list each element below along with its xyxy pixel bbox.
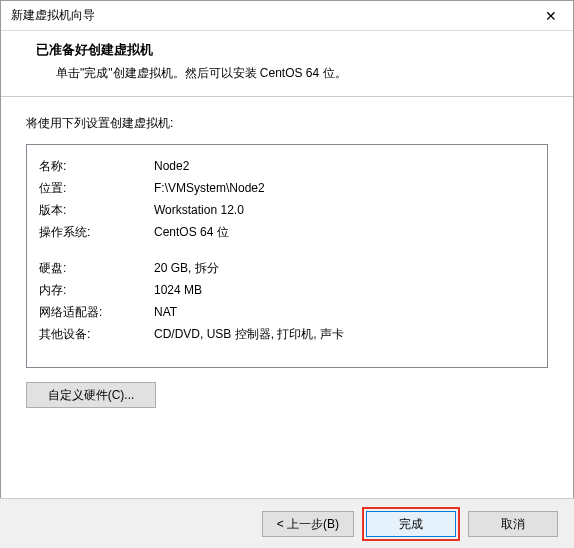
summary-row: 其他设备: CD/DVD, USB 控制器, 打印机, 声卡 (39, 323, 535, 345)
intro-text: 将使用下列设置创建虚拟机: (26, 115, 548, 132)
row-label: 硬盘: (39, 257, 154, 279)
summary-box: 名称: Node2 位置: F:\VMSystem\Node2 版本: Work… (26, 144, 548, 368)
customize-wrap: 自定义硬件(C)... (26, 382, 548, 408)
summary-row: 硬盘: 20 GB, 拆分 (39, 257, 535, 279)
row-label: 位置: (39, 177, 154, 199)
row-value: F:\VMSystem\Node2 (154, 177, 535, 199)
content-area: 将使用下列设置创建虚拟机: 名称: Node2 位置: F:\VMSystem\… (1, 97, 573, 418)
back-button[interactable]: < 上一步(B) (262, 511, 354, 537)
wizard-header: 已准备好创建虚拟机 单击"完成"创建虚拟机。然后可以安装 CentOS 64 位… (1, 31, 573, 97)
summary-row: 位置: F:\VMSystem\Node2 (39, 177, 535, 199)
row-value: Workstation 12.0 (154, 199, 535, 221)
row-label: 名称: (39, 155, 154, 177)
finish-highlight: 完成 (362, 507, 460, 541)
page-heading: 已准备好创建虚拟机 (21, 41, 553, 59)
finish-button[interactable]: 完成 (366, 511, 456, 537)
summary-row: 操作系统: CentOS 64 位 (39, 221, 535, 243)
summary-row: 名称: Node2 (39, 155, 535, 177)
row-label: 内存: (39, 279, 154, 301)
row-label: 其他设备: (39, 323, 154, 345)
row-value: 1024 MB (154, 279, 535, 301)
wizard-footer: < 上一步(B) 完成 取消 (0, 498, 574, 548)
row-label: 操作系统: (39, 221, 154, 243)
summary-row: 版本: Workstation 12.0 (39, 199, 535, 221)
summary-row: 网络适配器: NAT (39, 301, 535, 323)
row-label: 版本: (39, 199, 154, 221)
row-value: 20 GB, 拆分 (154, 257, 535, 279)
titlebar: 新建虚拟机向导 ✕ (1, 1, 573, 31)
close-icon[interactable]: ✕ (529, 1, 573, 31)
cancel-button[interactable]: 取消 (468, 511, 558, 537)
customize-hardware-button[interactable]: 自定义硬件(C)... (26, 382, 156, 408)
row-label: 网络适配器: (39, 301, 154, 323)
row-value: CentOS 64 位 (154, 221, 535, 243)
row-value: NAT (154, 301, 535, 323)
spacer (39, 243, 535, 257)
row-value: CD/DVD, USB 控制器, 打印机, 声卡 (154, 323, 535, 345)
summary-row: 内存: 1024 MB (39, 279, 535, 301)
row-value: Node2 (154, 155, 535, 177)
page-subheading: 单击"完成"创建虚拟机。然后可以安装 CentOS 64 位。 (21, 65, 553, 82)
window-title: 新建虚拟机向导 (11, 7, 95, 24)
